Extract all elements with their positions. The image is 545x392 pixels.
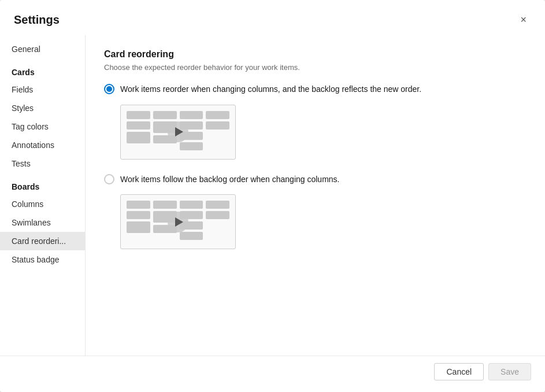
option-row-2: Work items follow the backlog order when… <box>104 173 527 186</box>
preview-card <box>153 201 177 209</box>
sidebar-item-card-reordering[interactable]: Card reorderi... <box>0 232 85 250</box>
preview-card <box>180 111 203 119</box>
preview-box-option2 <box>120 194 236 249</box>
sidebar: General Cards Fields Styles Tag colors A… <box>0 35 86 356</box>
sidebar-item-annotations[interactable]: Annotations <box>0 136 85 154</box>
sidebar-section-cards: Cards <box>0 58 85 80</box>
option1-label: Work items reorder when changing columns… <box>120 83 421 95</box>
preview-box-option1 <box>120 105 236 160</box>
content-area: Card reordering Choose the expected reor… <box>86 35 545 356</box>
play-icon <box>175 217 183 227</box>
preview-card <box>180 232 203 240</box>
preview-card <box>206 111 229 119</box>
sidebar-item-columns[interactable]: Columns <box>0 195 85 213</box>
preview-card <box>127 201 150 209</box>
option2-label: Work items follow the backlog order when… <box>120 173 339 186</box>
dialog-footer: Cancel Save <box>0 356 545 392</box>
play-icon <box>175 127 183 136</box>
preview-card <box>206 211 229 219</box>
preview-card <box>127 221 150 233</box>
preview-col-4 <box>206 201 229 243</box>
sidebar-item-fields[interactable]: Fields <box>0 80 85 99</box>
preview-col-1 <box>127 111 150 153</box>
radio-button-option1[interactable] <box>104 84 114 94</box>
preview-card <box>180 201 203 209</box>
sidebar-item-styles[interactable]: Styles <box>0 99 85 117</box>
save-button[interactable]: Save <box>488 363 531 380</box>
section-title: Card reordering <box>104 49 527 60</box>
preview-card <box>127 111 150 119</box>
sidebar-item-tests[interactable]: Tests <box>0 154 85 173</box>
dialog-body: General Cards Fields Styles Tag colors A… <box>0 35 545 356</box>
dialog-header: Settings × <box>0 0 545 35</box>
radio-button-option2[interactable] <box>104 174 114 184</box>
preview-card <box>206 121 229 130</box>
cancel-button[interactable]: Cancel <box>434 363 484 380</box>
preview-col-1 <box>127 201 150 243</box>
preview-card <box>127 211 150 219</box>
section-description: Choose the expected reorder behavior for… <box>104 63 527 72</box>
option-row-1: Work items reorder when changing columns… <box>104 83 527 95</box>
play-button-option1[interactable] <box>168 121 188 142</box>
close-button[interactable]: × <box>516 12 531 28</box>
settings-dialog: Settings × General Cards Fields Styles T… <box>0 0 545 392</box>
preview-card <box>206 201 229 209</box>
sidebar-section-boards: Boards <box>0 173 85 195</box>
preview-card <box>127 132 150 143</box>
preview-card <box>153 111 177 119</box>
dialog-title: Settings <box>14 13 60 27</box>
sidebar-item-swimlanes[interactable]: Swimlanes <box>0 213 85 232</box>
sidebar-item-tag-colors[interactable]: Tag colors <box>0 117 85 136</box>
play-button-option2[interactable] <box>168 212 188 232</box>
preview-card <box>127 121 150 130</box>
sidebar-item-status-badge[interactable]: Status badge <box>0 250 85 269</box>
sidebar-item-general[interactable]: General <box>0 40 85 58</box>
preview-col-4 <box>206 111 229 153</box>
preview-card <box>180 142 203 150</box>
